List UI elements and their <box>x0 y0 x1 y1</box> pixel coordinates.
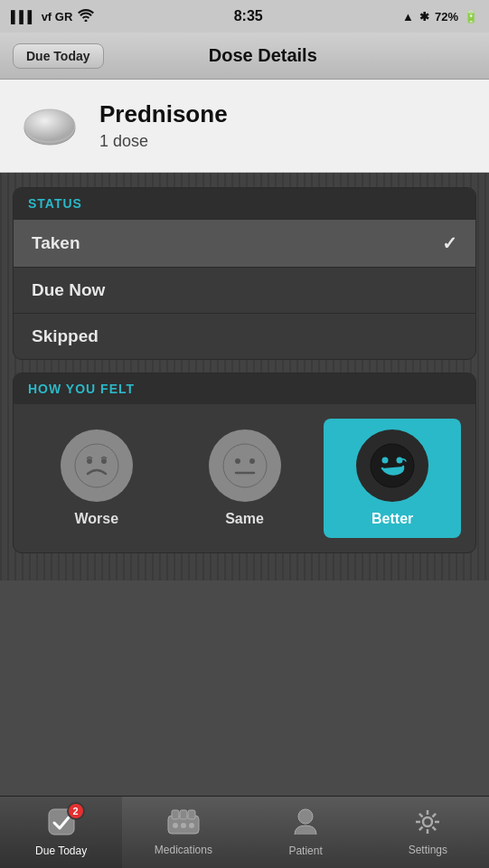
status-taken[interactable]: Taken ✓ <box>14 219 475 267</box>
tab-medications-label: Medications <box>155 844 212 856</box>
patient-icon-wrap <box>293 807 318 840</box>
status-due-now-label: Due Now <box>32 280 105 300</box>
svg-point-3 <box>87 458 92 464</box>
svg-point-7 <box>249 458 255 464</box>
status-taken-label: Taken <box>32 233 80 253</box>
svg-line-26 <box>419 814 423 817</box>
page-title: Dose Details <box>104 45 422 66</box>
status-skipped-label: Skipped <box>32 326 99 346</box>
tab-settings[interactable]: Settings <box>367 797 489 868</box>
same-label: Same <box>225 511 264 527</box>
back-button[interactable]: Due Today <box>13 43 104 69</box>
medication-info: Prednisone 1 dose <box>99 100 228 151</box>
medication-dose: 1 dose <box>99 132 228 151</box>
svg-line-29 <box>433 814 437 817</box>
patient-tab-icon <box>293 807 318 836</box>
medications-icon-wrap <box>167 808 200 839</box>
svg-point-18 <box>181 823 186 828</box>
status-bar: ▌▌▌ vf GR 8:35 ▲ ✱ 72% 🔋 <box>0 0 489 33</box>
wifi-icon <box>78 9 94 24</box>
status-header: STATUS <box>14 188 475 219</box>
felt-header: HOW YOU FELT <box>14 373 475 404</box>
svg-point-5 <box>223 444 267 487</box>
worse-face <box>61 429 133 502</box>
content-section: STATUS Taken ✓ Due Now Skipped HOW YOU F… <box>0 173 489 580</box>
same-face <box>209 429 281 502</box>
svg-point-6 <box>235 458 240 464</box>
tab-patient[interactable]: Patient <box>245 797 367 868</box>
pill-icon <box>18 94 81 157</box>
felt-better[interactable]: Better <box>324 419 461 538</box>
bluetooth-icon: ✱ <box>419 10 429 24</box>
felt-emojis-row: Worse Same <box>14 404 475 552</box>
svg-line-27 <box>433 827 437 831</box>
medication-name: Prednisone <box>99 100 228 128</box>
status-skipped[interactable]: Skipped <box>14 313 475 359</box>
svg-point-10 <box>382 458 389 464</box>
tab-due-today-label: Due Today <box>35 844 87 857</box>
felt-same[interactable]: Same <box>176 419 314 538</box>
battery-icon: 🔋 <box>464 10 478 24</box>
nav-header: Due Today Dose Details <box>0 33 489 80</box>
worse-label: Worse <box>75 511 119 527</box>
svg-point-9 <box>371 444 414 487</box>
gear-icon <box>414 808 441 835</box>
medications-tab-icon <box>167 808 200 835</box>
svg-point-4 <box>101 458 107 464</box>
medication-card: Prednisone 1 dose <box>0 80 489 173</box>
settings-icon-wrap <box>414 808 441 839</box>
checkmark-icon: ✓ <box>442 232 457 254</box>
better-face <box>356 429 428 502</box>
svg-rect-15 <box>180 810 187 819</box>
svg-rect-16 <box>188 810 195 819</box>
svg-point-17 <box>173 823 178 828</box>
felt-heading: HOW YOU FELT <box>28 382 135 396</box>
device-status: ▲ ✱ 72% 🔋 <box>402 10 478 24</box>
svg-point-1 <box>24 109 75 142</box>
better-label: Better <box>371 511 413 527</box>
tab-medications[interactable]: Medications <box>122 797 244 868</box>
svg-line-28 <box>419 827 423 831</box>
status-due-now[interactable]: Due Now <box>14 267 475 313</box>
tab-due-today[interactable]: 2 Due Today <box>0 797 122 868</box>
felt-worse[interactable]: Worse <box>28 419 165 538</box>
due-today-badge: 2 <box>67 802 85 820</box>
due-today-icon-wrap: 2 <box>47 807 76 840</box>
status-heading: STATUS <box>28 196 82 211</box>
signal-bars: ▌▌▌ <box>11 10 36 24</box>
svg-rect-14 <box>172 810 179 819</box>
carrier-info: ▌▌▌ vf GR <box>11 9 94 24</box>
tab-patient-label: Patient <box>288 844 322 857</box>
location-icon: ▲ <box>402 10 414 24</box>
battery-percent: 72% <box>435 10 458 24</box>
status-panel: STATUS Taken ✓ Due Now Skipped <box>13 187 476 360</box>
svg-point-2 <box>75 444 118 487</box>
tab-settings-label: Settings <box>409 844 447 856</box>
svg-point-19 <box>189 823 194 828</box>
felt-panel: HOW YOU FELT Worse <box>13 373 476 553</box>
time-display: 8:35 <box>234 8 263 24</box>
svg-point-21 <box>423 817 432 826</box>
carrier-name: vf GR <box>42 10 73 24</box>
svg-point-20 <box>298 809 313 824</box>
tab-bar: 2 Due Today Medications Patient <box>0 796 489 868</box>
